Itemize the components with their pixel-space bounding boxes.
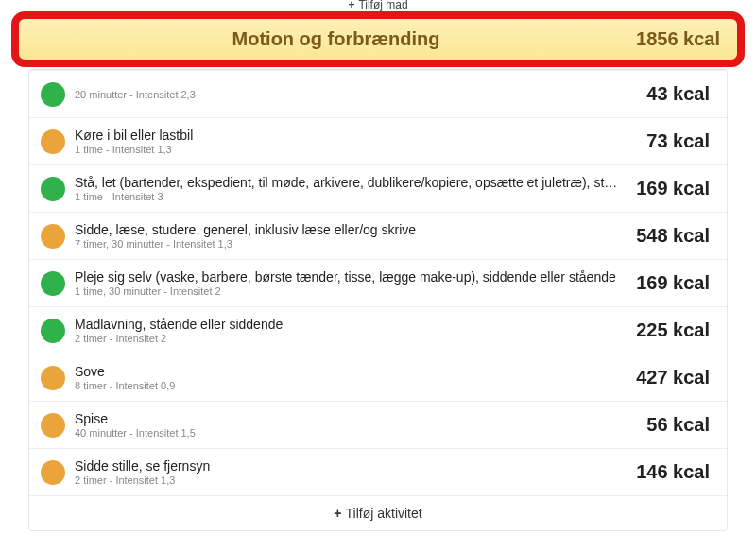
activity-sub: 20 minutter - Intensitet 2,3 bbox=[75, 89, 629, 100]
activity-info: Pleje sig selv (vaske, barbere, børste t… bbox=[75, 269, 627, 297]
activity-list: 20 minutter - Intensitet 2,3 43 kcal Kør… bbox=[29, 70, 727, 495]
activity-kcal: 73 kcal bbox=[646, 130, 710, 152]
activity-info: Køre i bil eller lastbil 1 time - Intens… bbox=[75, 128, 637, 155]
intensity-dot-icon bbox=[41, 177, 65, 201]
app-frame: + Tilføj mad Motion og forbrænding 1856 … bbox=[0, 0, 756, 552]
activity-label: Madlavning, stående eller siddende bbox=[75, 317, 619, 332]
intensity-dot-icon bbox=[41, 319, 65, 343]
activity-kcal: 169 kcal bbox=[636, 272, 710, 294]
activity-row[interactable]: Sidde, læse, studere, generel, inklusiv … bbox=[29, 212, 727, 259]
activity-kcal: 427 kcal bbox=[636, 367, 710, 388]
activity-kcal: 225 kcal bbox=[636, 319, 710, 341]
activity-kcal: 56 kcal bbox=[646, 414, 710, 436]
activity-info: Spise 40 minutter - Intensitet 1,5 bbox=[75, 411, 637, 439]
activity-info: Sidde stille, se fjernsyn 2 timer - Inte… bbox=[75, 458, 627, 486]
section-header-wrap: Motion og forbrænding 1856 kcal bbox=[19, 17, 737, 61]
activity-label: Stå, let (bartender, ekspedient, til mød… bbox=[75, 175, 619, 190]
activity-row[interactable]: Pleje sig selv (vaske, barbere, børste t… bbox=[29, 259, 727, 306]
activity-sub: 2 timer - Intensitet 1,3 bbox=[75, 474, 619, 486]
activity-kcal: 169 kcal bbox=[636, 178, 710, 199]
section-header[interactable]: Motion og forbrænding 1856 kcal bbox=[19, 17, 737, 61]
activity-label: Sidde stille, se fjernsyn bbox=[75, 458, 619, 474]
activity-info: Sidde, læse, studere, generel, inklusiv … bbox=[75, 222, 627, 250]
intensity-dot-icon bbox=[41, 366, 65, 390]
activity-card: 20 minutter - Intensitet 2,3 43 kcal Kør… bbox=[28, 69, 728, 531]
intensity-dot-icon bbox=[41, 413, 65, 438]
activity-sub: 2 timer - Intensitet 2 bbox=[75, 333, 619, 344]
activity-row[interactable]: Stå, let (bartender, ekspedient, til mød… bbox=[29, 164, 727, 212]
plus-icon: + bbox=[348, 0, 354, 11]
plus-icon: + bbox=[334, 506, 341, 521]
activity-info: Stå, let (bartender, ekspedient, til mød… bbox=[75, 175, 627, 202]
intensity-dot-icon bbox=[41, 129, 65, 154]
activity-kcal: 146 kcal bbox=[636, 461, 710, 483]
intensity-dot-icon bbox=[41, 460, 65, 485]
activity-sub: 40 minutter - Intensitet 1,5 bbox=[75, 427, 629, 439]
activity-row[interactable]: Madlavning, stående eller siddende 2 tim… bbox=[29, 306, 727, 354]
top-add-food-label: Tilføj mad bbox=[358, 0, 407, 11]
activity-label: Sidde, læse, studere, generel, inklusiv … bbox=[75, 222, 619, 237]
activity-label: Pleje sig selv (vaske, barbere, børste t… bbox=[75, 269, 619, 285]
activity-row[interactable]: Køre i bil eller lastbil 1 time - Intens… bbox=[29, 117, 727, 164]
activity-row[interactable]: Spise 40 minutter - Intensitet 1,5 56 kc… bbox=[29, 401, 727, 448]
activity-row[interactable]: 20 minutter - Intensitet 2,3 43 kcal bbox=[29, 70, 727, 117]
intensity-dot-icon bbox=[41, 271, 65, 296]
activity-sub: 8 timer - Intensitet 0,9 bbox=[75, 380, 619, 391]
activity-label: Køre i bil eller lastbil bbox=[75, 128, 629, 143]
activity-row[interactable]: Sidde stille, se fjernsyn 2 timer - Inte… bbox=[29, 448, 727, 495]
intensity-dot-icon bbox=[41, 82, 65, 107]
activity-info: Sove 8 timer - Intensitet 0,9 bbox=[75, 364, 627, 391]
activity-label: Spise bbox=[75, 411, 629, 426]
activity-info: Madlavning, stående eller siddende 2 tim… bbox=[75, 317, 627, 344]
activity-sub: 1 time - Intensitet 3 bbox=[75, 191, 619, 202]
intensity-dot-icon bbox=[41, 224, 65, 249]
activity-sub: 1 time, 30 minutter - Intensitet 2 bbox=[75, 285, 619, 297]
section-title: Motion og forbrænding bbox=[36, 28, 636, 50]
activity-info: 20 minutter - Intensitet 2,3 bbox=[75, 88, 637, 100]
add-activity-label: Tilføj aktivitet bbox=[346, 506, 422, 521]
activity-label: Sove bbox=[75, 364, 619, 379]
section-total-kcal: 1856 kcal bbox=[636, 28, 720, 50]
activity-sub: 1 time - Intensitet 1,3 bbox=[75, 144, 629, 155]
activity-kcal: 548 kcal bbox=[636, 225, 710, 247]
add-activity-button[interactable]: +Tilføj aktivitet bbox=[29, 495, 727, 530]
activity-kcal: 43 kcal bbox=[646, 83, 710, 105]
activity-sub: 7 timer, 30 minutter - Intensitet 1,3 bbox=[75, 238, 619, 250]
activity-row[interactable]: Sove 8 timer - Intensitet 0,9 427 kcal bbox=[29, 354, 727, 401]
top-add-food-bar[interactable]: + Tilføj mad bbox=[0, 0, 756, 9]
